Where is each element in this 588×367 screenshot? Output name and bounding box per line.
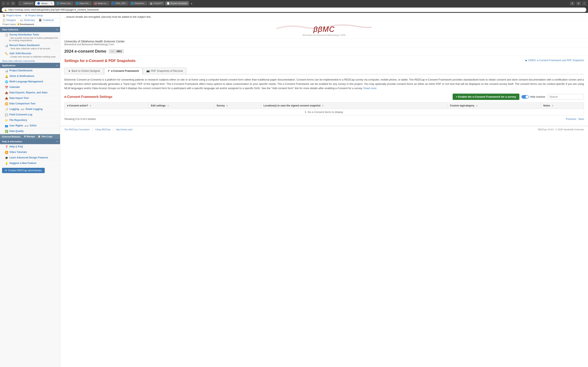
video-link-row: ▶ VIDEO: e-Consent Framework and PDF Sna… [526,59,584,62]
settings-icon[interactable]: ⚙ [576,1,581,6]
address-bar-row: 🔒 https://redcap.ouhsc.edu/redcap/index.… [0,7,588,13]
back-arrow-icon: ◄ [68,69,70,72]
download-icon[interactable]: ⬇ [570,1,575,6]
sidebar-item-add-edit[interactable]: ✏️ Add / Edit Records - Create new recor… [0,51,60,59]
browser-tab-active[interactable]: 🔵 Advan... ✕ [35,1,54,6]
search-input[interactable] [547,94,584,100]
browser-tab-deeplea[interactable]: 🌐 Deep Lea... [55,1,73,6]
sidebar-item-suggest[interactable]: 💡 Suggest a New Feature [0,161,60,166]
econsent-table: e-Consent active? ⇕ Edit settings ⇕ Surv… [64,102,584,115]
codebook-icon: 📓 [39,19,42,22]
sidebar-item-comparison[interactable]: 🔀 Data Comparison Tool [0,101,60,107]
previous-button[interactable]: Previous [566,117,576,120]
footer-version: REDCap 14.8.0 - © 2025 Vanderbilt Univer… [538,128,584,131]
pagination-text: Showing 0 to 0 of 0 entries [64,117,96,120]
external-modules-section[interactable]: External Modules ⚙ Manage 📋 View Logs [0,134,60,139]
sidebar-item-field-comment[interactable]: 💬 Field Comment Log [0,112,60,118]
sidebar-item-exports[interactable]: 📤 Data Exports, Reports, and Stats [0,90,60,96]
show-instruments-link[interactable]: Show data collection instruments [0,59,60,63]
data-quality-icon: ✅ [5,130,8,133]
col-location: Location(s) to save the signed consent s… [261,103,447,109]
framework-settings-header: e-Consent Framework Settings + Enable th… [64,94,584,100]
read-more-link[interactable]: Read more [363,87,376,90]
new-tab-button[interactable]: + [190,2,193,6]
sidebar-item-calendar[interactable]: 📅 Calendar [0,85,60,90]
applications-section[interactable]: Applications − [0,63,60,68]
learn-icon: 🎓 [5,156,8,159]
sidebar-item-video-tutorials[interactable]: ▶️ Video Tutorials [0,150,60,155]
sidebar-item-multi-language[interactable]: 🌐 Multi-Language Management [0,79,60,85]
email-notice: ...ensure emails are encrypted. [secure]… [60,13,588,21]
col-active: e-Consent active? ⇕ [65,103,148,109]
sidebar-item-learn-advanced[interactable]: 🎓 Learn Advanced Design Features [0,155,60,161]
back-btn[interactable]: ‹ [2,1,5,6]
data-collection-section[interactable]: Data Collection − [0,27,60,32]
browser-tab-chatgpt[interactable]: 🤖 ChatGPT [148,1,164,6]
codebook-link[interactable]: 📓 Codebook [39,19,54,22]
collapse-help-icon: − [56,140,58,143]
manage-link[interactable]: ⚙ Manage [24,135,35,138]
browser-tab-reader[interactable]: 📄 Reader Available [165,1,189,6]
browser-tab-dsa[interactable]: 🔵 DSA_590... [111,1,129,6]
view-logs-link[interactable]: 📋 View Logs [38,135,52,138]
video-play-icon: ▶ [526,59,527,62]
share-icon[interactable]: ↑ [582,1,586,6]
calendar-icon: 📅 [5,86,8,89]
project-status: Project status: Development [2,23,34,25]
browser-tab-deepsee[interactable]: 🌐 DeepSee... [130,1,147,6]
logo-area: ββMC Biomedical and Behavioral Methodolo… [60,21,588,39]
sidebar-item-alerts[interactable]: 🔔 Alerts & Notifications [0,74,60,79]
import-icon: 📥 [5,97,8,100]
project-setup-link[interactable]: ⚙ Project Setup [25,14,43,17]
alerts-icon: 🔔 [5,75,8,78]
sort-icon: ⇕ [552,105,553,107]
designer-link[interactable]: 📋 Designer [2,19,16,22]
sidebar-item-survey[interactable]: 📋 Survey Distribution Tools - Get a publ… [0,32,60,43]
page-section-title: Settings for e-Consent & PDF Snapshots [64,59,136,63]
browser-controls[interactable]: ‹ › ↻ [2,1,16,6]
comparison-icon: 🔀 [5,102,8,105]
forward-btn[interactable]: › [6,1,10,6]
browser-tab-https[interactable]: 🌐 https://isi... [74,1,92,6]
citing-redcap-link[interactable]: Citing REDCap [95,128,111,131]
framework-title: e-Consent Framework Settings [64,95,112,99]
ouhsc-link[interactable]: http://ouhsc.edu/ [116,128,132,131]
address-bar[interactable]: 🔒 https://redcap.ouhsc.edu/redcap/index.… [2,8,586,12]
description-text: Electronic Consent (e-Consent) is a plat… [64,78,584,90]
dictionary-link[interactable]: 📖 Dictionary [20,19,35,22]
lock-icon: 🔒 [4,8,7,11]
pagination-buttons: Previous Next [566,117,584,120]
video-link[interactable]: ▶ VIDEO: e-Consent Framework and PDF Sna… [526,59,584,62]
tab-econsent-framework[interactable]: ✔ e-Consent Framework [104,67,143,75]
setup-icon: ⚙ [25,14,27,17]
sidebar-item-import[interactable]: 📥 Data Import Tool [0,96,60,101]
sidebar-item-file-repo[interactable]: 📁 File Repository [0,118,60,123]
sidebar-item-data-quality[interactable]: ✅ Data Quality [0,129,60,134]
home-icon: 🏠 [2,14,6,17]
hide-inactive-toggle[interactable]: Hide inactive [521,95,545,99]
project-home-link[interactable]: 🏠 Project Home [2,14,21,17]
enable-framework-button[interactable]: + Enable the e-Consent Framework for a s… [453,94,519,100]
toggle-knob [526,95,528,98]
browser-tab-udemy[interactable]: 🎓 Udemy ▾ [18,1,34,6]
project-title: 2024 e-consent Demo [64,49,106,54]
sidebar-item-dashboards[interactable]: 📊 Project Dashboards [0,68,60,74]
tab-pdf-snapshots[interactable]: 📷 PDF Snapshots of Records [143,67,187,74]
toggle-switch[interactable] [521,95,529,99]
sidebar-item-record-status[interactable]: 📊 Record Status Dashboard - View data co… [0,43,60,51]
browser-tab-dlwpt[interactable]: 🐙 dlwpt-co... [93,1,110,6]
reload-btn[interactable]: ↻ [11,1,16,6]
contact-button[interactable]: ✉ Contact REDCap administrator [2,168,45,173]
tab-back-to-designer[interactable]: ◄ Back to Online Designer [64,67,104,74]
manage-icon: ⚙ [24,135,26,138]
help-section[interactable]: Help & Information − [0,139,60,144]
next-button[interactable]: Next [579,117,584,120]
sort-icon: ⇕ [167,105,169,107]
sidebar-item-help-faq[interactable]: ❓ Help & FAQ [0,144,60,150]
exports-icon: 📤 [5,91,8,94]
redcap-consortium-link[interactable]: The REDCap Consortium [64,128,90,131]
page-content: Settings for e-Consent & PDF Snapshots ▶… [60,55,588,126]
close-tab-icon[interactable]: ✕ [51,2,52,4]
sidebar-item-user-rights[interactable]: 👥 User Rights and DAGs [0,123,60,129]
sidebar-item-logging[interactable]: 📝 Logging and Email Logging [0,107,60,112]
